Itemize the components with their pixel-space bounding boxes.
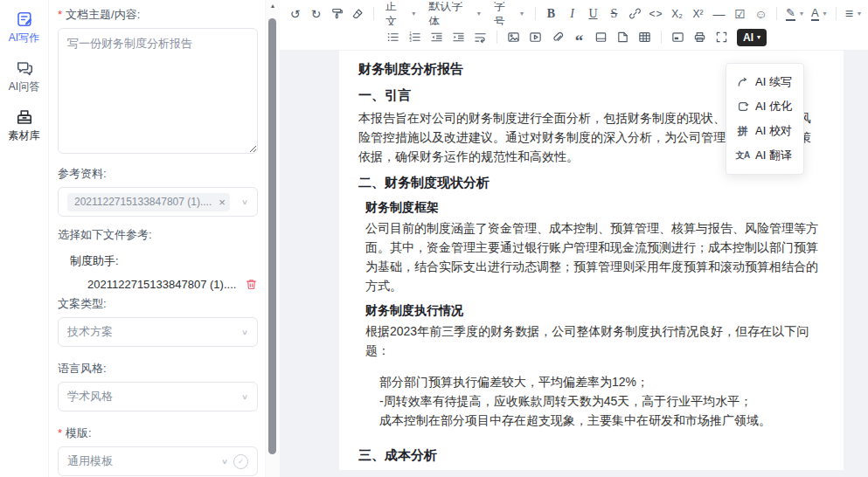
ordered-list-button[interactable]: 123 xyxy=(405,27,425,47)
template-value: 通用模板 xyxy=(67,453,221,469)
ai-menu-item-label: AI 续写 xyxy=(755,74,792,90)
template-select[interactable]: 通用模板 ∨ ✓ xyxy=(58,446,258,476)
sidebar-item-ai-write[interactable]: AI写作 xyxy=(9,10,39,45)
chevron-down-icon: ▾ xyxy=(757,33,760,41)
table-button[interactable] xyxy=(635,27,655,47)
attachment-button[interactable] xyxy=(547,27,567,47)
video-button[interactable] xyxy=(525,27,545,47)
template-label: 模版: xyxy=(58,425,258,441)
ai-menu-item-optimize[interactable]: AI 优化 xyxy=(726,94,803,119)
file-section-label: 选择如下文件参考: xyxy=(58,227,258,243)
quote-button[interactable]: “ xyxy=(569,27,589,47)
reference-select[interactable]: 2021122715133847807 (1).... × ∨ xyxy=(58,187,258,217)
sidebar-item-ai-qa[interactable]: AI问答 xyxy=(9,59,39,94)
link-button[interactable] xyxy=(625,3,645,24)
eraser-icon xyxy=(351,7,365,20)
superscript-button[interactable]: X² xyxy=(688,3,708,24)
ai-menu-item-proofread[interactable]: 拼 AI 校对 xyxy=(726,119,803,143)
toolbar-divider xyxy=(496,31,497,44)
indent-button[interactable] xyxy=(448,27,469,47)
align-icon: ≡ xyxy=(845,6,853,22)
image-icon xyxy=(507,31,520,44)
table-icon xyxy=(638,31,651,44)
font-color-button[interactable]: A ▾ xyxy=(808,3,830,24)
topic-textarea[interactable]: 写一份财务制度分析报告 xyxy=(58,28,258,154)
fullscreen-icon xyxy=(715,31,728,44)
chevron-down-icon: ∨ xyxy=(241,392,248,401)
toolbar-divider xyxy=(836,7,837,20)
toolbar-divider xyxy=(373,7,374,20)
panel-scrollbar[interactable]: ▲ xyxy=(265,0,280,477)
task-list-button[interactable]: ☑ xyxy=(730,3,750,24)
undo-button[interactable]: ↺ xyxy=(285,3,305,24)
selected-file-row: 2021122715133847807 (1).... xyxy=(58,278,258,291)
print-button[interactable] xyxy=(690,27,710,47)
highlight-pen-icon: ✎ xyxy=(786,7,795,21)
check-circle-icon: ✓ xyxy=(233,454,248,469)
paragraph-style-dropdown[interactable]: 正文 ▾ xyxy=(379,3,421,24)
outdent-button[interactable] xyxy=(427,27,447,47)
italic-button[interactable]: I xyxy=(562,3,582,24)
ai-menu-item-continue[interactable]: AI 续写 xyxy=(726,70,803,94)
left-rail: AI写作 AI问答 素材库 xyxy=(0,0,49,477)
bullet-list-button[interactable] xyxy=(383,27,403,47)
align-dropdown[interactable]: ≡ ▾ xyxy=(842,3,865,24)
highlight-color-button[interactable]: ✎ ▾ xyxy=(782,3,807,24)
svg-text:3: 3 xyxy=(409,38,412,43)
strikethrough-button[interactable]: S xyxy=(604,3,624,24)
doc-issue-item: 部分部门预算执行偏差较大，平均偏差率为12%； xyxy=(379,372,823,391)
toolbar-divider xyxy=(661,31,662,44)
format-painter-icon xyxy=(330,7,344,20)
redo-button[interactable]: ↻ xyxy=(306,3,326,24)
style-label: 语言风格: xyxy=(58,361,258,377)
page-setup-button[interactable] xyxy=(668,27,688,47)
ai-proofread-icon: 拼 xyxy=(736,125,749,138)
doc-issue-item: 成本控制在部分项目中存在超支现象，主要集中在研发和市场推广领域。 xyxy=(379,411,823,430)
bold-button[interactable]: B xyxy=(541,3,561,24)
doc-issue-list: 部分部门预算执行偏差较大，平均偏差率为12%； -周转效率有待提高，应收账款周转… xyxy=(379,372,823,430)
snippet-button[interactable] xyxy=(613,27,633,47)
font-color-icon: A xyxy=(811,7,819,21)
format-painter-button[interactable] xyxy=(327,3,347,24)
bullet-list-icon xyxy=(386,31,399,44)
fullscreen-button[interactable] xyxy=(712,27,732,47)
scroll-up-icon[interactable]: ▲ xyxy=(266,3,280,9)
trash-icon[interactable] xyxy=(245,278,258,291)
tag-close-icon[interactable]: × xyxy=(219,196,226,209)
chevron-down-icon: ▾ xyxy=(477,10,481,17)
emoji-button[interactable]: ☺ xyxy=(751,3,771,24)
ai-menu: AI 续写 AI 优化 拼 AI 校对 文A AI 翻译 xyxy=(726,63,804,175)
horizontal-rule-button[interactable]: — xyxy=(709,3,729,24)
font-size-dropdown[interactable]: 字号 ▾ xyxy=(488,3,530,24)
paperclip-icon xyxy=(551,31,564,44)
ordered-list-icon: 123 xyxy=(408,31,421,44)
sidebar-item-label: AI问答 xyxy=(9,80,39,94)
chevron-down-icon: ▾ xyxy=(823,10,827,17)
inline-code-button[interactable]: <> xyxy=(646,3,666,24)
text-wrap-button[interactable] xyxy=(470,27,490,47)
print-icon xyxy=(693,31,706,44)
font-size-label: 字号 xyxy=(494,2,516,25)
underline-button[interactable]: U xyxy=(583,3,603,24)
doc-heading-cost: 三、成本分析 xyxy=(358,446,823,465)
font-family-dropdown[interactable]: 默认字体 ▾ xyxy=(422,3,487,24)
ai-translate-icon: 文A xyxy=(736,149,749,162)
chevron-down-icon: ▾ xyxy=(800,10,803,17)
doc-paragraph-execution: 根据2023年前三季度的财务数据，公司整体财务制度执行情况良好，但存在以下问题： xyxy=(365,321,823,360)
sidebar-item-library[interactable]: 素材库 xyxy=(9,108,40,143)
toolbar-divider xyxy=(776,7,777,20)
scrollbar-thumb[interactable] xyxy=(268,18,276,454)
topic-label: 文档主题/内容: xyxy=(58,7,258,23)
type-select[interactable]: 技术方案 ∨ xyxy=(58,317,258,347)
eraser-button[interactable] xyxy=(348,3,368,24)
style-select[interactable]: 学术风格 ∨ xyxy=(58,382,258,411)
library-icon xyxy=(16,108,33,126)
image-button[interactable] xyxy=(503,27,524,47)
divider-button[interactable] xyxy=(591,27,611,47)
ai-menu-item-translate[interactable]: 文A AI 翻译 xyxy=(726,143,803,168)
subscript-button[interactable]: X₂ xyxy=(667,3,687,24)
ai-dropdown-button[interactable]: AI ▾ xyxy=(737,29,767,46)
type-value: 技术方案 xyxy=(67,324,241,340)
style-value: 学术风格 xyxy=(67,389,241,404)
sidebar-item-label: 素材库 xyxy=(9,128,40,143)
